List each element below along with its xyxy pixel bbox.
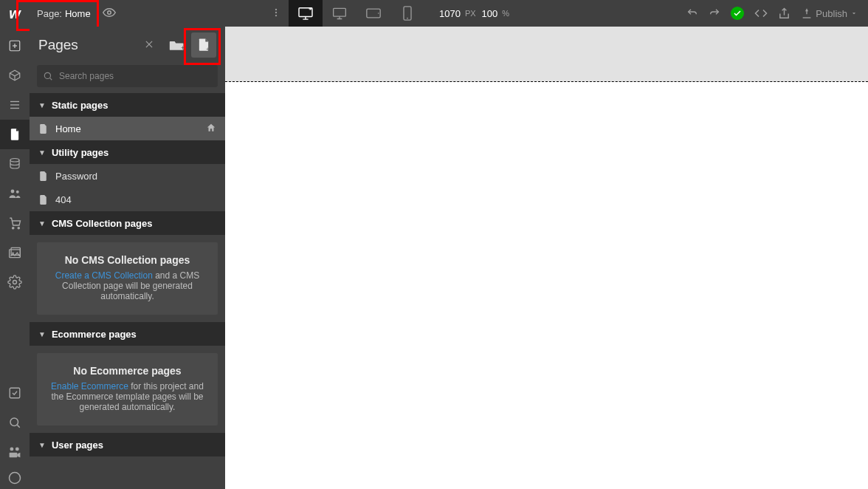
svg-line-39 (50, 78, 52, 81)
more-icon[interactable] (271, 7, 281, 20)
svg-point-28 (10, 418, 18, 426)
svg-point-30 (10, 447, 13, 451)
page-icon (38, 194, 48, 205)
section-utility-pages[interactable]: ▼ Utility pages (30, 140, 225, 164)
svg-rect-6 (334, 8, 346, 16)
section-user-pages[interactable]: ▼ User pages (30, 433, 225, 456)
page-name: Password (55, 171, 97, 182)
topbar: w Page: Home 10 (0, 0, 868, 27)
chevron-down-icon: ▼ (38, 441, 46, 449)
rail-search-icon[interactable] (0, 408, 30, 437)
rail-video-icon[interactable] (0, 437, 30, 467)
create-cms-link[interactable]: Create a CMS Collection (55, 270, 153, 281)
design-canvas[interactable] (225, 27, 868, 489)
redo-icon[interactable] (709, 7, 720, 19)
svg-point-2 (275, 11, 277, 13)
rail-assets-icon[interactable] (0, 238, 30, 267)
svg-point-21 (13, 228, 14, 229)
device-tablet[interactable] (323, 0, 356, 27)
rail-box-icon[interactable] (0, 61, 30, 90)
page-icon (38, 171, 48, 182)
section-label: Utility pages (52, 147, 108, 158)
eye-icon[interactable] (103, 6, 116, 21)
export-icon[interactable] (778, 7, 790, 20)
home-icon (206, 123, 216, 135)
svg-rect-27 (10, 388, 20, 398)
page-icon (38, 123, 48, 134)
publish-label: Publish (816, 8, 847, 19)
zoom-value: 100 (482, 8, 498, 19)
chevron-down-icon: ▼ (38, 330, 46, 338)
svg-point-19 (11, 190, 15, 194)
svg-point-31 (16, 447, 19, 451)
viewport-width-value: 1070 (439, 8, 461, 19)
section-label: Ecommerce pages (52, 329, 137, 340)
empty-ecom-card: No Ecommerce pages Enable Ecommerce for … (37, 353, 218, 425)
svg-point-8 (378, 13, 379, 14)
rail-navigator-icon[interactable] (0, 90, 30, 120)
empty-cms-card: No CMS Collection pages Create a CMS Col… (37, 242, 218, 315)
chevron-down-icon: ▼ (38, 101, 46, 109)
rail-settings-icon[interactable] (0, 267, 30, 297)
section-static-pages[interactable]: ▼ Static pages (30, 93, 225, 117)
section-label: Static pages (52, 100, 108, 111)
svg-point-3 (275, 14, 277, 16)
rail-pages-icon[interactable] (0, 120, 30, 149)
zoom-level[interactable]: 100 % (482, 8, 509, 19)
svg-point-1 (275, 8, 277, 10)
left-rail (0, 27, 30, 489)
webflow-logo[interactable]: w (0, 0, 30, 27)
page-row-home[interactable]: Home (30, 117, 225, 140)
viewport-width-unit: PX (465, 9, 476, 18)
rail-audit-icon[interactable] (0, 378, 30, 408)
svg-point-33 (10, 473, 21, 484)
chevron-down-icon (850, 10, 858, 17)
rail-ecommerce-icon[interactable] (0, 208, 30, 238)
search-icon (43, 71, 53, 81)
section-label: User pages (52, 440, 103, 451)
panel-title: Pages (38, 37, 144, 53)
svg-point-26 (13, 281, 17, 284)
rail-add[interactable] (0, 31, 30, 61)
pages-panel: Pages + + ▼ Static pages (30, 27, 225, 489)
search-pages[interactable] (37, 65, 218, 87)
device-desktop[interactable] (289, 0, 323, 27)
device-breakpoints (289, 0, 424, 27)
page-row-password[interactable]: Password (30, 164, 225, 188)
svg-point-22 (18, 228, 19, 229)
enable-ecom-link[interactable]: Enable Ecommerce (51, 381, 128, 391)
search-input[interactable] (59, 71, 212, 81)
svg-text:+: + (206, 46, 210, 52)
status-ok-icon[interactable] (731, 7, 744, 20)
section-cms-pages[interactable]: ▼ CMS Collection pages (30, 211, 225, 235)
device-tablet-landscape[interactable] (356, 0, 390, 27)
viewport-width[interactable]: 1070 PX (439, 8, 476, 19)
svg-point-20 (16, 191, 19, 194)
section-label: CMS Collection pages (52, 218, 153, 229)
new-page-button[interactable]: + (191, 33, 216, 58)
empty-ecom-title: No Ecommerce pages (46, 365, 209, 377)
publish-button[interactable]: Publish (801, 7, 858, 19)
svg-point-38 (44, 72, 50, 78)
code-icon[interactable] (754, 7, 768, 20)
svg-point-0 (107, 10, 111, 14)
page-name: Home (55, 123, 81, 134)
svg-rect-32 (10, 453, 18, 458)
canvas-section[interactable] (225, 27, 868, 82)
page-indicator[interactable]: Page: Home (30, 0, 98, 27)
svg-text:+: + (181, 44, 185, 52)
new-folder-button[interactable]: + (165, 33, 190, 58)
section-ecommerce-pages[interactable]: ▼ Ecommerce pages (30, 322, 225, 346)
undo-icon[interactable] (686, 7, 698, 19)
rail-help-icon[interactable] (0, 467, 30, 489)
svg-point-18 (10, 159, 19, 163)
page-indicator-label: Page: (37, 8, 62, 19)
page-name: 404 (55, 194, 72, 205)
close-icon[interactable] (144, 39, 154, 52)
zoom-unit: % (502, 9, 509, 18)
empty-cms-title: No CMS Collection pages (46, 254, 209, 266)
device-mobile[interactable] (390, 0, 424, 27)
rail-users-icon[interactable] (0, 179, 30, 208)
rail-cms-icon[interactable] (0, 149, 30, 179)
page-row-404[interactable]: 404 (30, 188, 225, 211)
